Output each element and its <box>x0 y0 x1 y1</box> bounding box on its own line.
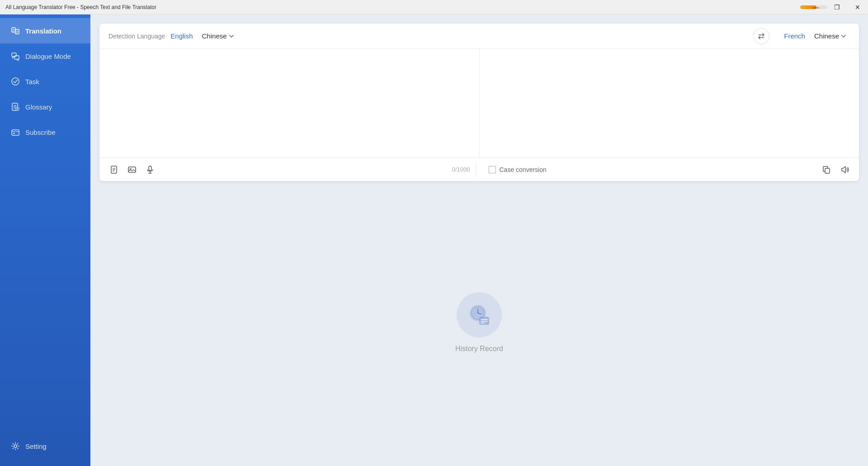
title-bar: All Language Translator Free - Speech Te… <box>0 0 868 14</box>
sidebar-item-dialogue-mode[interactable]: Dialogue Mode <box>0 43 90 69</box>
translation-icon <box>11 26 20 35</box>
sidebar-item-glossary[interactable]: Glossary <box>0 94 90 119</box>
maximize-button[interactable]: ❐ <box>826 0 847 14</box>
svg-rect-7 <box>14 56 19 59</box>
window-controls: — ❐ ✕ <box>806 0 868 14</box>
document-button[interactable] <box>107 162 121 177</box>
sidebar-label-setting: Setting <box>25 442 47 450</box>
source-chinese-label: Chinese <box>202 32 227 40</box>
image-button[interactable] <box>125 162 139 177</box>
svg-rect-29 <box>825 168 830 173</box>
svg-rect-3 <box>15 29 19 34</box>
sidebar-label-task: Task <box>25 78 39 86</box>
svg-rect-0 <box>12 28 15 32</box>
history-icon <box>466 301 493 328</box>
svg-rect-6 <box>12 53 16 57</box>
svg-rect-24 <box>128 167 136 172</box>
dialogue-mode-icon <box>11 52 20 61</box>
target-chinese-dropdown[interactable]: Chinese <box>811 30 850 42</box>
sidebar: Translation Dialogue Mode <box>0 14 90 466</box>
sidebar-bottom: Setting <box>0 433 90 466</box>
sidebar-label-dialogue: Dialogue Mode <box>25 52 71 60</box>
case-conversion-checkbox[interactable] <box>489 166 496 173</box>
target-language-area: French Chinese <box>782 30 850 42</box>
setting-icon <box>11 442 20 451</box>
detection-language-label: Detection Language <box>108 33 165 40</box>
close-button[interactable]: ✕ <box>847 0 868 14</box>
speaker-button[interactable] <box>837 162 852 177</box>
sidebar-item-task[interactable]: Task <box>0 69 90 94</box>
text-areas <box>99 49 859 157</box>
bottom-toolbar: 0/1000 Case conversion <box>99 157 859 181</box>
translation-panel: Detection Language English Chinese <box>99 24 859 181</box>
svg-rect-16 <box>12 130 19 135</box>
history-icon-wrapper <box>457 292 502 338</box>
toolbar-divider <box>476 162 476 177</box>
source-chevron-down-icon <box>229 33 234 39</box>
source-text-input[interactable] <box>99 49 480 157</box>
copy-button[interactable] <box>819 162 834 177</box>
svg-rect-34 <box>479 317 489 325</box>
source-english-button[interactable]: English <box>169 30 194 42</box>
target-french-button[interactable]: French <box>782 30 807 42</box>
language-bar: Detection Language English Chinese <box>99 24 859 49</box>
target-text-output[interactable] <box>480 49 859 157</box>
microphone-button[interactable] <box>143 162 157 177</box>
toolbar-right: Case conversion <box>481 162 852 177</box>
char-count: 0/1000 <box>452 166 470 173</box>
subscribe-icon <box>11 128 20 137</box>
svg-point-8 <box>12 78 19 85</box>
case-conversion-label: Case conversion <box>500 166 547 173</box>
minimize-button[interactable]: — <box>806 0 826 14</box>
toolbar-left: 0/1000 <box>107 162 470 177</box>
swap-languages-button[interactable] <box>753 28 769 44</box>
sidebar-label-glossary: Glossary <box>25 103 52 111</box>
svg-rect-26 <box>149 166 151 171</box>
sidebar-item-subscribe[interactable]: Subscribe <box>0 119 90 145</box>
source-chinese-dropdown[interactable]: Chinese <box>198 30 238 42</box>
history-record-label: History Record <box>455 345 503 353</box>
sidebar-item-setting[interactable]: Setting <box>0 433 90 459</box>
target-chevron-down-icon <box>841 33 846 39</box>
sidebar-label-translation: Translation <box>25 27 61 35</box>
history-section: History Record <box>99 188 859 457</box>
glossary-icon <box>11 102 20 111</box>
task-icon <box>11 77 20 86</box>
toolbar-right-actions <box>819 162 852 177</box>
main-content: Detection Language English Chinese <box>90 14 868 466</box>
sidebar-label-subscribe: Subscribe <box>25 128 56 136</box>
svg-rect-18 <box>13 133 15 134</box>
app-layout: Translation Dialogue Mode <box>0 14 868 466</box>
sidebar-item-translation[interactable]: Translation <box>0 18 90 43</box>
app-title: All Language Translator Free - Speech Te… <box>5 4 156 10</box>
case-conversion-area: Case conversion <box>489 166 547 173</box>
target-chinese-label: Chinese <box>814 32 839 40</box>
svg-point-19 <box>14 445 17 447</box>
